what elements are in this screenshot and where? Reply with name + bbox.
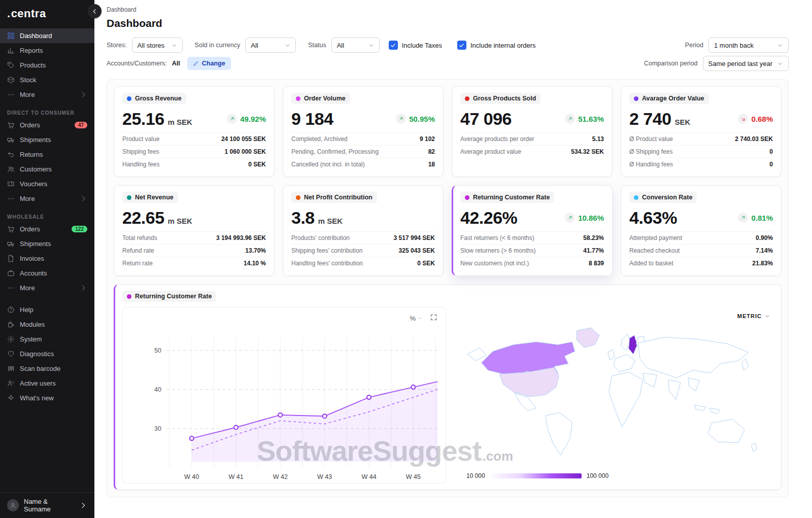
metric-row: Shipping fees' contribution325 043 SEK <box>291 244 435 257</box>
tag-icon <box>7 61 15 69</box>
back-button[interactable] <box>87 4 101 18</box>
sidebar-item-ws-shipments[interactable]: Shipments <box>0 236 94 251</box>
metric-badge: Conversion Rate <box>629 192 697 203</box>
sidebar-item-help[interactable]: Help <box>0 302 94 317</box>
sidebar-item-dashboard[interactable]: Dashboard <box>0 28 94 43</box>
sidebar-item-products[interactable]: Products <box>0 58 94 73</box>
main-content: Dashboard Dashboard Stores: All stores S… <box>94 0 812 518</box>
map-region-indonesia <box>710 408 720 413</box>
world-map[interactable] <box>453 307 774 484</box>
metric-row: Product value24 100 055 SEK <box>122 132 266 145</box>
sidebar-item-scan-barcode[interactable]: Scan barcode <box>0 361 94 376</box>
chevron-down-icon <box>777 43 783 48</box>
change-button[interactable]: Change <box>187 57 231 70</box>
sidebar-item-system[interactable]: System <box>0 332 94 347</box>
sidebar-item-ws-accounts[interactable]: Accounts <box>0 266 94 281</box>
svg-text:50: 50 <box>154 347 161 354</box>
metric-value: 22.65 <box>122 208 164 228</box>
stores-label: Stores: <box>107 42 127 49</box>
sidebar-item-modules[interactable]: Modules <box>0 317 94 332</box>
currency-select[interactable]: All <box>245 38 296 53</box>
metric-card-returning-customer-rate[interactable]: Returning Customer Rate 42.26% 10.86% Fa… <box>452 185 613 276</box>
sidebar-item-stock[interactable]: Stock <box>0 73 94 87</box>
sidebar-item-diagnostics[interactable]: Diagnostics <box>0 347 94 361</box>
include-taxes-checkbox[interactable]: Include Taxes <box>389 41 442 50</box>
metric-badge: Order Volume <box>291 93 350 104</box>
metric-dot-icon <box>634 195 638 200</box>
metric-row: Ø Handling fees0 <box>629 158 773 170</box>
metric-badge: Gross Revenue <box>122 93 186 104</box>
legend-gradient-bar <box>490 473 582 478</box>
sidebar-item-dtc-returns[interactable]: Returns <box>0 147 94 162</box>
metric-badge: Avarage Order Value <box>629 93 709 104</box>
metric-dot-icon <box>296 96 300 101</box>
dots-icon <box>7 91 15 98</box>
status-select[interactable]: All <box>331 38 380 53</box>
gear-icon <box>7 335 15 343</box>
map-region-greenland <box>577 328 600 348</box>
metric-dropdown[interactable]: METRIC <box>737 313 770 319</box>
svg-text:W 40: W 40 <box>184 473 199 480</box>
stores-select[interactable]: All stores <box>132 38 183 53</box>
metric-badge: Returning Customer Rate <box>460 192 554 203</box>
sidebar-item-dtc-more[interactable]: More <box>0 191 94 206</box>
sidebar-item-ws-invoices[interactable]: Invoices <box>0 251 94 266</box>
metric-card-net-revenue[interactable]: Net Revenue 22.65m SEK Total refunds3 19… <box>114 185 275 276</box>
metric-card-gross-revenue[interactable]: Gross Revenue 25.16m SEK 49.92% Product … <box>114 86 275 177</box>
metric-card-gross-products-sold[interactable]: Gross Products Sold 47 096 51.63% Averag… <box>452 86 613 177</box>
metric-row: New customers (not incl.)8 839 <box>460 257 604 269</box>
box-icon <box>7 76 15 84</box>
barcode-icon <box>7 365 15 372</box>
ticket-icon <box>7 180 15 188</box>
comparison-period-label: Comparison period <box>644 60 698 67</box>
trend-up-icon <box>396 114 406 124</box>
sidebar-item-dtc-customers[interactable]: Customers <box>0 162 94 177</box>
cart-icon <box>7 121 15 129</box>
map-region-asia <box>638 337 748 378</box>
unit-selector[interactable]: % <box>410 315 423 322</box>
puzzle-icon <box>7 321 15 328</box>
comparison-period-select[interactable]: Same period last year <box>703 56 789 71</box>
metric-dot-icon <box>127 195 131 200</box>
metric-row: Total refunds3 194 993.96 SEK <box>122 231 266 244</box>
metric-row: Fast returners (< 6 months)58.23% <box>460 231 604 244</box>
avatar <box>7 499 19 511</box>
sidebar-item-dtc-vouchers[interactable]: Vouchers <box>0 177 94 191</box>
user-menu[interactable]: Name & Surname <box>0 492 94 518</box>
metric-delta: 10.86% <box>565 213 604 223</box>
map-region-se-asia <box>688 378 699 391</box>
sidebar-item-dtc-orders[interactable]: Orders47 <box>0 118 94 132</box>
metric-value: 3.8 <box>291 208 315 228</box>
sidebar-item-ws-orders[interactable]: Orders122 <box>0 222 94 236</box>
truck-icon <box>7 240 15 248</box>
reports-icon <box>7 47 15 54</box>
map-region-south-america <box>546 412 572 455</box>
return-icon <box>7 151 15 158</box>
legend-max: 100 000 <box>587 472 608 479</box>
user-name: Name & Surname <box>24 498 74 513</box>
metric-card-conversion-rate[interactable]: Conversion Rate 4.63% 0.81% Attempted pa… <box>621 185 782 276</box>
period-select[interactable]: 1 month back <box>708 38 789 53</box>
metric-delta: 0.81% <box>738 213 773 223</box>
metric-card-average-order-value[interactable]: Avarage Order Value 2 740SEK 0.68% Ø Pro… <box>621 86 782 177</box>
breadcrumb[interactable]: Dashboard <box>107 6 789 13</box>
sidebar-item-reports[interactable]: Reports <box>0 43 94 58</box>
map-region-middle-east <box>643 373 657 387</box>
metric-card-net-profit-contribution[interactable]: Net Profit Contribution 3.8m SEK Product… <box>283 185 444 276</box>
metric-row: Products' contribution3 517 994 SEK <box>291 231 435 244</box>
sidebar-item-whats-new[interactable]: What's new <box>0 391 94 405</box>
include-internal-orders-checkbox[interactable]: Include internal orders <box>457 41 536 50</box>
sidebar-item-dtc-shipments[interactable]: Shipments <box>0 132 94 147</box>
chevron-right-icon <box>80 91 87 98</box>
help-icon <box>7 306 15 314</box>
expand-icon[interactable] <box>430 314 437 323</box>
truck-icon <box>7 136 15 144</box>
metric-row: Cancelled (not incl. in total)18 <box>291 158 435 170</box>
sidebar-item-ws-more[interactable]: More <box>0 281 94 295</box>
sparkle-icon <box>7 394 15 402</box>
user-icon <box>10 502 16 509</box>
sidebar-item-more-top[interactable]: More <box>0 87 94 102</box>
trend-up-icon <box>738 213 748 223</box>
sidebar-item-active-users[interactable]: Active users <box>0 376 94 391</box>
metric-card-order-volume[interactable]: Order Volume 9 184 50.95% Completed, Arc… <box>283 86 444 177</box>
